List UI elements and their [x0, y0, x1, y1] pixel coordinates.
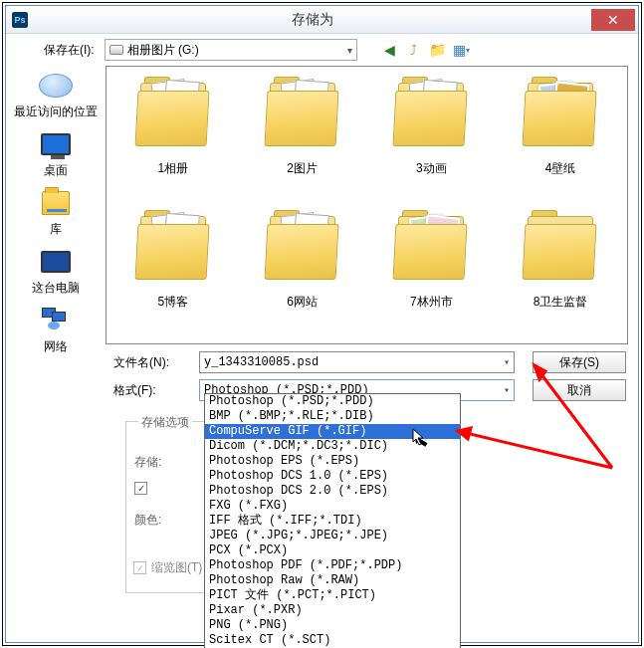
folder-icon: [392, 77, 470, 154]
format-option[interactable]: IFF 格式 (*.IFF;*.TDI): [205, 514, 460, 529]
save-in-toolbar: 保存在(I): 相册图片 (G:) ▾ ◀ ⤴ 📁 ▦▾: [6, 34, 638, 66]
place-label: 桌面: [44, 162, 68, 179]
folder-item[interactable]: 1相册: [110, 75, 236, 208]
place-library[interactable]: 库: [11, 187, 101, 238]
file-list-pane[interactable]: 1相册2图片3动画4壁纸5博客6网站7林州市8卫生监督: [106, 66, 628, 344]
format-option[interactable]: FXG (*.FXG): [205, 499, 460, 514]
filename-input[interactable]: y_1343310085.psd ▾: [199, 351, 515, 373]
close-button[interactable]: ✕: [591, 9, 635, 31]
folder-label: 3动画: [416, 160, 447, 177]
place-label: 网络: [44, 338, 68, 355]
format-option[interactable]: PNG (*.PNG): [205, 618, 460, 633]
place-network[interactable]: 网络: [11, 305, 101, 355]
save-in-value: 相册图片 (G:): [127, 42, 343, 59]
folder-icon: [264, 210, 341, 288]
color-label: 颜色:: [134, 512, 182, 529]
format-option[interactable]: Photoshop PDF (*.PDF;*.PDP): [205, 558, 460, 573]
format-option[interactable]: BMP (*.BMP;*.RLE;*.DIB): [205, 409, 460, 424]
format-option[interactable]: Photoshop (*.PSD;*.PDD): [205, 394, 460, 409]
checkbox[interactable]: ✓: [134, 482, 147, 495]
folder-icon: [392, 210, 470, 288]
folder-icon: [134, 77, 212, 154]
options-legend: 存储选项: [138, 414, 192, 431]
format-option[interactable]: Scitex CT (*.SCT): [205, 633, 460, 648]
format-label: 格式(F):: [113, 382, 191, 399]
network-icon: [42, 308, 70, 333]
folder-item[interactable]: 8卫生监督: [498, 208, 623, 341]
places-sidebar: 最近访问的位置 桌面 库 这台电脑 网络: [6, 66, 106, 344]
folder-icon: [134, 210, 212, 288]
place-label: 最近访问的位置: [14, 104, 98, 120]
folder-item[interactable]: 2图片: [240, 75, 365, 208]
view-menu-icon[interactable]: ▦▾: [453, 41, 471, 59]
library-icon: [42, 191, 70, 215]
format-option[interactable]: Photoshop EPS (*.EPS): [205, 454, 460, 469]
folder-label: 5博客: [158, 294, 189, 311]
thumbnail-checkbox[interactable]: ✓: [133, 561, 146, 574]
format-option[interactable]: Pixar (*.PXR): [205, 603, 460, 618]
thumbnail-label: 缩览图(T): [151, 559, 202, 576]
folder-item[interactable]: 4壁纸: [498, 75, 623, 208]
filename-value: y_1343310085.psd: [204, 355, 319, 369]
back-icon[interactable]: ◀: [381, 41, 399, 59]
save-button[interactable]: 保存(S): [533, 351, 626, 373]
folder-item[interactable]: 3动画: [369, 75, 495, 208]
save-in-select[interactable]: 相册图片 (G:) ▾: [105, 39, 357, 61]
filename-label: 文件名(N):: [113, 354, 191, 371]
up-one-level-icon[interactable]: ⤴: [405, 41, 423, 59]
save-in-label: 保存在(I):: [44, 42, 95, 59]
format-option[interactable]: Photoshop Raw (*.RAW): [205, 573, 460, 588]
chevron-down-icon: ▾: [504, 384, 510, 396]
folder-item[interactable]: 6网站: [240, 208, 365, 341]
folder-icon: [264, 77, 341, 154]
place-recent[interactable]: 最近访问的位置: [11, 70, 101, 120]
computer-icon: [41, 251, 71, 273]
format-option[interactable]: PICT 文件 (*.PCT;*.PICT): [205, 588, 460, 603]
cancel-button[interactable]: 取消: [533, 379, 626, 401]
format-option[interactable]: Photoshop DCS 1.0 (*.EPS): [205, 469, 460, 484]
place-label: 这台电脑: [32, 280, 80, 297]
save-button-label: 保存(S): [559, 354, 599, 371]
folder-item[interactable]: 5博客: [110, 208, 236, 341]
folder-item[interactable]: 7林州市: [369, 208, 495, 341]
place-this-pc[interactable]: 这台电脑: [11, 246, 101, 297]
folder-label: 7林州市: [410, 294, 453, 311]
format-option[interactable]: Photoshop DCS 2.0 (*.EPS): [205, 484, 460, 499]
cancel-button-label: 取消: [567, 382, 591, 399]
app-icon: Ps: [12, 12, 28, 28]
folder-label: 4壁纸: [545, 160, 576, 177]
recent-icon: [39, 74, 73, 98]
format-option[interactable]: CompuServe GIF (*.GIF): [205, 424, 460, 439]
new-folder-icon[interactable]: 📁: [429, 41, 447, 59]
close-icon: ✕: [607, 12, 619, 28]
place-desktop[interactable]: 桌面: [11, 128, 101, 179]
folder-label: 1相册: [158, 160, 189, 177]
folder-label: 8卫生监督: [534, 294, 588, 311]
folder-label: 2图片: [287, 160, 318, 177]
format-option[interactable]: PCX (*.PCX): [205, 543, 460, 558]
format-dropdown-list[interactable]: Photoshop (*.PSD;*.PDD)BMP (*.BMP;*.RLE;…: [204, 393, 461, 648]
titlebar: Ps 存储为 ✕: [6, 6, 638, 34]
format-option[interactable]: JPEG (*.JPG;*.JPEG;*.JPE): [205, 529, 460, 543]
store-label: 存储:: [134, 454, 182, 471]
dialog-title: 存储为: [34, 11, 591, 29]
place-label: 库: [50, 221, 62, 238]
format-option[interactable]: Dicom (*.DCM;*.DC3;*.DIC): [205, 439, 460, 454]
desktop-icon: [41, 133, 71, 155]
folder-label: 6网站: [287, 294, 318, 311]
chevron-down-icon: ▾: [347, 45, 352, 56]
folder-icon: [522, 77, 599, 154]
folder-icon: [522, 210, 599, 288]
drive-icon: [109, 45, 123, 55]
chevron-down-icon: ▾: [504, 356, 510, 368]
